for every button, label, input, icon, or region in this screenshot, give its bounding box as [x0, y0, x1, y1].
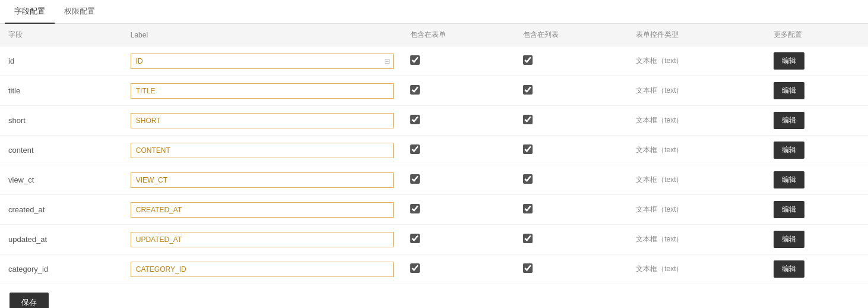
label-input-wrapper	[131, 143, 394, 158]
in-form-checkbox[interactable]	[410, 234, 420, 243]
control-type-cell: 文本框（text）	[628, 46, 765, 76]
in-list-checkbox[interactable]	[523, 144, 533, 154]
control-type-text: 文本框（text）	[636, 205, 683, 213]
edit-button[interactable]: 编辑	[774, 112, 804, 129]
table-row: short文本框（text）编辑	[0, 106, 868, 136]
in-form-checkbox[interactable]	[410, 55, 420, 65]
label-input[interactable]	[131, 172, 394, 188]
in-form-checkbox[interactable]	[410, 85, 420, 95]
tab-bar: 字段配置权限配置	[0, 0, 868, 24]
control-type-text: 文本框（text）	[636, 265, 683, 273]
tab-permission-config[interactable]: 权限配置	[55, 0, 104, 24]
label-cell	[122, 106, 402, 136]
in-form-cell	[402, 136, 515, 165]
in-form-cell	[402, 165, 515, 195]
fields-table: 字段Label包含在表单包含在列表表单控件类型更多配置 id⊟文本框（text）…	[0, 24, 868, 284]
more-config-cell: 编辑	[765, 165, 868, 195]
table-header: 字段Label包含在表单包含在列表表单控件类型更多配置	[0, 24, 868, 46]
field-cell: content	[0, 136, 122, 165]
field-cell: category_id	[0, 254, 122, 284]
field-name-text: created_at	[8, 205, 45, 214]
label-cell: ⊟	[122, 46, 402, 76]
label-input[interactable]	[131, 202, 394, 218]
label-cell	[122, 195, 402, 225]
edit-button[interactable]: 编辑	[774, 142, 804, 159]
label-cell	[122, 165, 402, 195]
table-row: title文本框（text）编辑	[0, 76, 868, 106]
in-form-cell	[402, 254, 515, 284]
more-config-cell: 编辑	[765, 225, 868, 254]
edit-button[interactable]: 编辑	[774, 260, 804, 278]
in-list-cell	[515, 106, 628, 136]
in-form-checkbox[interactable]	[410, 204, 420, 213]
tab-field-config[interactable]: 字段配置	[5, 0, 55, 24]
more-config-cell: 编辑	[765, 254, 868, 284]
in-list-cell	[515, 254, 628, 284]
more-config-cell: 编辑	[765, 136, 868, 165]
edit-button[interactable]: 编辑	[774, 52, 804, 70]
edit-button[interactable]: 编辑	[774, 201, 804, 218]
table-container: 字段Label包含在表单包含在列表表单控件类型更多配置 id⊟文本框（text）…	[0, 24, 868, 284]
more-config-cell: 编辑	[765, 106, 868, 136]
in-form-checkbox[interactable]	[410, 263, 420, 273]
control-type-cell: 文本框（text）	[628, 225, 765, 254]
label-input[interactable]	[131, 113, 394, 128]
input-icon: ⊟	[384, 57, 390, 65]
field-cell: short	[0, 106, 122, 136]
in-list-checkbox[interactable]	[523, 115, 533, 124]
edit-button[interactable]: 编辑	[774, 171, 804, 188]
table-row: view_ct文本框（text）编辑	[0, 165, 868, 195]
label-cell	[122, 76, 402, 106]
control-type-cell: 文本框（text）	[628, 106, 765, 136]
in-form-checkbox[interactable]	[410, 174, 420, 184]
in-list-cell	[515, 46, 628, 76]
table-body: id⊟文本框（text）编辑title文本框（text）编辑short文本框（t…	[0, 46, 868, 284]
in-form-cell	[402, 46, 515, 76]
field-cell: created_at	[0, 195, 122, 225]
label-input[interactable]	[131, 262, 394, 277]
in-list-checkbox[interactable]	[523, 263, 533, 273]
control-type-text: 文本框（text）	[636, 235, 683, 243]
in-list-checkbox[interactable]	[523, 204, 533, 213]
control-type-cell: 文本框（text）	[628, 165, 765, 195]
label-input[interactable]	[131, 143, 394, 158]
in-list-cell	[515, 195, 628, 225]
field-name-text: view_ct	[8, 175, 34, 184]
field-cell: title	[0, 76, 122, 106]
control-type-text: 文本框（text）	[636, 86, 683, 95]
label-input-wrapper	[131, 232, 394, 247]
field-name-text: updated_at	[8, 235, 47, 244]
header-row: 字段Label包含在表单包含在列表表单控件类型更多配置	[0, 24, 868, 46]
in-form-cell	[402, 225, 515, 254]
table-row: updated_at文本框（text）编辑	[0, 225, 868, 254]
in-list-checkbox[interactable]	[523, 234, 533, 243]
col-header-inForm: 包含在表单	[402, 24, 515, 46]
in-form-checkbox[interactable]	[410, 115, 420, 124]
table-row: category_id文本框（text）编辑	[0, 254, 868, 284]
label-input-wrapper	[131, 202, 394, 218]
label-input-wrapper	[131, 113, 394, 128]
in-list-checkbox[interactable]	[523, 85, 533, 95]
field-name-text: id	[8, 56, 14, 65]
in-list-checkbox[interactable]	[523, 55, 533, 65]
control-type-cell: 文本框（text）	[628, 254, 765, 284]
edit-button[interactable]: 编辑	[774, 231, 804, 248]
in-list-cell	[515, 136, 628, 165]
edit-button[interactable]: 编辑	[774, 82, 804, 99]
label-cell	[122, 225, 402, 254]
label-input[interactable]	[131, 232, 394, 247]
in-form-cell	[402, 76, 515, 106]
col-header-inList: 包含在列表	[515, 24, 628, 46]
label-input[interactable]	[131, 83, 394, 99]
in-form-cell	[402, 106, 515, 136]
in-list-checkbox[interactable]	[523, 174, 533, 184]
in-form-checkbox[interactable]	[410, 144, 420, 154]
label-input[interactable]	[131, 54, 394, 69]
label-input-wrapper	[131, 172, 394, 188]
footer: 保存	[0, 284, 868, 308]
label-input-wrapper	[131, 262, 394, 277]
more-config-cell: 编辑	[765, 195, 868, 225]
more-config-cell: 编辑	[765, 76, 868, 106]
control-type-cell: 文本框（text）	[628, 136, 765, 165]
save-button[interactable]: 保存	[9, 293, 49, 308]
